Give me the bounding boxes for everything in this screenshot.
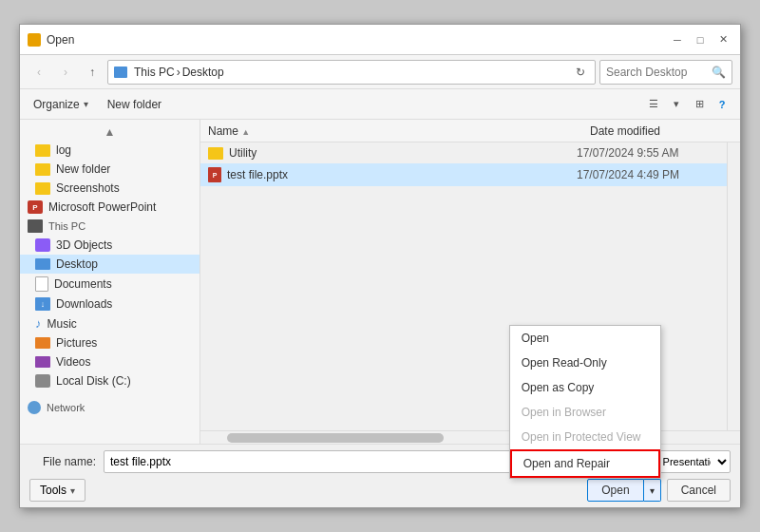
search-input[interactable] (606, 66, 708, 79)
breadcrumb-desktop[interactable]: Desktop (182, 66, 224, 79)
action-row: Tools ▾ Open ▾ Open Open Read-Only (29, 479, 731, 502)
ctx-open[interactable]: Open (510, 326, 660, 351)
sidebar-label-new-folder: New folder (56, 162, 110, 176)
ctx-open-readonly[interactable]: Open Read-Only (510, 351, 660, 375)
dialog-icon (28, 33, 41, 47)
tools-label: Tools (40, 484, 66, 497)
sidebar-item-msppt[interactable]: P Microsoft PowerPoint (20, 198, 200, 217)
address-breadcrumb: This PC › Desktop (134, 66, 568, 79)
sidebar-item-downloads[interactable]: ↓ Downloads (20, 294, 200, 314)
sidebar-item-desktop[interactable]: Desktop (20, 255, 200, 274)
ppt-icon: P (28, 200, 43, 214)
sidebar-item-documents[interactable]: Documents (20, 274, 200, 294)
sidebar-label-downloads: Downloads (56, 297, 112, 311)
file-item-test-file[interactable]: P test file.pptx 17/07/2024 4:49 PM (200, 163, 727, 186)
sidebar-item-screenshots[interactable]: Screenshots (20, 179, 200, 198)
view-dropdown-button[interactable]: ▾ (666, 94, 687, 115)
ctx-open-protected-label: Open in Protected View (522, 430, 641, 444)
organize-button[interactable]: Organize ▾ (28, 95, 94, 114)
pc-icon (28, 219, 43, 233)
sidebar-divider (20, 390, 200, 398)
sidebar-label-log: log (56, 143, 71, 157)
view-details-button[interactable]: ☰ (643, 94, 664, 115)
sidebar-label-3d-objects: 3D Objects (56, 238, 112, 252)
sidebar-item-log[interactable]: log (20, 141, 200, 160)
sidebar-item-3d-objects[interactable]: 3D Objects (20, 236, 200, 255)
file-date-test: 17/07/2024 4:49 PM (577, 168, 719, 181)
title-bar-controls: ─ □ ✕ (668, 30, 732, 49)
file-list-header: Name ▲ Date modified (200, 120, 740, 142)
open-button[interactable]: Open (587, 479, 643, 502)
sidebar-label-pictures: Pictures (56, 336, 97, 350)
close-button[interactable]: ✕ (713, 30, 732, 49)
sidebar-label-videos: Videos (56, 355, 90, 369)
organize-label: Organize (33, 98, 80, 111)
sidebar-item-videos[interactable]: Videos (20, 352, 200, 371)
context-dropdown: Open Open Read-Only Open as Copy Open in… (509, 325, 661, 479)
file-name-label: File name: (29, 455, 96, 468)
file-name-utility: Utility (229, 146, 571, 160)
breadcrumb-thispc[interactable]: This PC (134, 66, 175, 79)
search-box[interactable]: 🔍 (599, 60, 732, 85)
sidebar-label-network: Network (47, 402, 85, 413)
cancel-button[interactable]: Cancel (667, 479, 731, 502)
folder-icon (35, 163, 50, 176)
col-name-label: Name (208, 124, 238, 138)
new-folder-button[interactable]: New folder (102, 95, 167, 114)
maximize-button[interactable]: □ (691, 30, 710, 49)
new-folder-label: New folder (107, 98, 162, 111)
ctx-open-protected: Open in Protected View (510, 425, 660, 449)
file-name-input[interactable] (104, 450, 576, 473)
scrollbar-thumb-h (227, 433, 443, 443)
title-bar: Open ─ □ ✕ (20, 25, 740, 55)
docs-icon (35, 276, 48, 292)
sidebar-label-desktop: Desktop (56, 257, 98, 271)
nav-bar: ‹ › ↑ This PC › Desktop ↻ 🔍 (20, 55, 740, 89)
sidebar-item-pictures[interactable]: Pictures (20, 333, 200, 352)
bottom-bar: File name: All PowerPoint Presentations … (20, 444, 740, 507)
open-label: Open (601, 484, 629, 497)
vertical-scrollbar[interactable] (727, 142, 740, 430)
sidebar-item-this-pc[interactable]: This PC (20, 217, 200, 236)
tools-chevron-icon: ▾ (70, 485, 75, 496)
tools-button[interactable]: Tools ▾ (29, 479, 86, 502)
download-icon: ↓ (35, 297, 50, 311)
ctx-open-browser-label: Open in Browser (522, 406, 606, 419)
sidebar-item-new-folder[interactable]: New folder (20, 160, 200, 179)
download-arrow-icon: ↓ (41, 299, 46, 309)
sidebar-item-network[interactable]: Network (20, 398, 200, 417)
title-bar-left: Open (28, 33, 74, 47)
desktop-icon (35, 258, 50, 270)
breadcrumb-folder-icon (114, 66, 127, 78)
forward-button[interactable]: › (54, 61, 77, 84)
up-button[interactable]: ↑ (81, 61, 104, 84)
sort-icon: ▲ (241, 127, 250, 137)
organize-chevron-icon: ▾ (84, 99, 88, 109)
address-bar[interactable]: This PC › Desktop ↻ (107, 60, 596, 85)
minimize-button[interactable]: ─ (668, 30, 687, 49)
ctx-open-repair[interactable]: Open and Repair (510, 449, 660, 478)
open-dropdown-button[interactable]: ▾ (644, 479, 661, 502)
ctx-open-copy[interactable]: Open as Copy (510, 375, 660, 400)
col-date-header[interactable]: Date modified (590, 124, 732, 138)
toolbar: Organize ▾ New folder ☰ ▾ ⊞ ? (20, 89, 740, 120)
help-button[interactable]: ? (712, 94, 732, 115)
col-date-label: Date modified (590, 124, 660, 138)
sidebar-label-msppt: Microsoft PowerPoint (48, 200, 156, 214)
sidebar-item-local-disk[interactable]: Local Disk (C:) (20, 371, 200, 390)
col-name-header[interactable]: Name ▲ (208, 124, 590, 138)
file-name-test: test file.pptx (227, 168, 571, 181)
refresh-button[interactable]: ↻ (572, 64, 589, 81)
view-large-button[interactable]: ⊞ (689, 94, 710, 115)
folder-icon (208, 147, 223, 160)
breadcrumb-sep1: › (177, 66, 180, 79)
sidebar-item-music[interactable]: ♪ Music (20, 314, 200, 333)
file-item-utility[interactable]: Utility 17/07/2024 9:55 AM (200, 142, 727, 163)
sidebar-label-screenshots: Screenshots (56, 181, 120, 195)
sidebar-label-this-pc: This PC (48, 220, 86, 232)
sidebar: ▲ log New folder Screenshots P Microsoft… (20, 120, 200, 444)
view-controls: ☰ ▾ ⊞ ? (643, 94, 732, 115)
sidebar-label-music: Music (48, 317, 77, 331)
back-button[interactable]: ‹ (28, 61, 50, 84)
pptx-icon: P (208, 167, 221, 182)
